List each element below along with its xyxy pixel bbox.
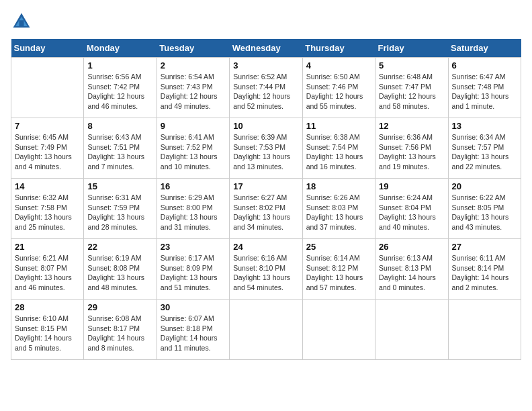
day-number: 29: [87, 302, 152, 312]
day-number: 10: [233, 121, 298, 131]
day-info: Sunrise: 6:22 AMSunset: 8:05 PMDaylight:…: [452, 193, 517, 232]
calendar-cell: 17Sunrise: 6:27 AMSunset: 8:02 PMDayligh…: [230, 179, 302, 239]
weekday-header-wednesday: Wednesday: [230, 39, 302, 58]
calendar-cell: 11Sunrise: 6:38 AMSunset: 7:54 PMDayligh…: [302, 118, 375, 179]
calendar-cell: 23Sunrise: 6:17 AMSunset: 8:09 PMDayligh…: [157, 239, 229, 300]
week-row-1: 1Sunrise: 6:56 AMSunset: 7:42 PMDaylight…: [11, 58, 521, 118]
day-info: Sunrise: 6:52 AMSunset: 7:44 PMDaylight:…: [233, 72, 298, 111]
calendar-table: SundayMondayTuesdayWednesdayThursdayFrid…: [11, 39, 521, 360]
day-info: Sunrise: 6:13 AMSunset: 8:13 PMDaylight:…: [379, 253, 444, 293]
calendar-cell: 20Sunrise: 6:22 AMSunset: 8:05 PMDayligh…: [448, 179, 521, 239]
day-info: Sunrise: 6:36 AMSunset: 7:56 PMDaylight:…: [379, 132, 444, 172]
weekday-header-saturday: Saturday: [448, 39, 521, 58]
day-info: Sunrise: 6:47 AMSunset: 7:48 PMDaylight:…: [452, 72, 517, 111]
day-info: Sunrise: 6:08 AMSunset: 8:17 PMDaylight:…: [87, 314, 152, 353]
day-info: Sunrise: 6:48 AMSunset: 7:47 PMDaylight:…: [379, 72, 444, 111]
weekday-header-monday: Monday: [84, 39, 157, 58]
day-number: 12: [379, 121, 444, 131]
day-number: 8: [87, 121, 152, 131]
calendar-cell: [11, 58, 84, 118]
day-number: 24: [233, 242, 298, 252]
weekday-header-tuesday: Tuesday: [157, 39, 229, 58]
day-number: 3: [233, 60, 298, 71]
day-number: 11: [306, 121, 371, 131]
day-info: Sunrise: 6:14 AMSunset: 8:12 PMDaylight:…: [306, 253, 371, 293]
day-info: Sunrise: 6:16 AMSunset: 8:10 PMDaylight:…: [233, 253, 298, 293]
calendar-cell: [375, 300, 448, 360]
day-info: Sunrise: 6:27 AMSunset: 8:02 PMDaylight:…: [233, 193, 298, 232]
day-number: 13: [452, 121, 517, 131]
calendar-cell: 9Sunrise: 6:41 AMSunset: 7:52 PMDaylight…: [157, 118, 229, 179]
day-number: 1: [87, 60, 152, 71]
calendar-cell: 5Sunrise: 6:48 AMSunset: 7:47 PMDaylight…: [375, 58, 448, 118]
day-number: 6: [452, 60, 517, 71]
day-info: Sunrise: 6:45 AMSunset: 7:49 PMDaylight:…: [15, 132, 80, 172]
calendar-cell: 21Sunrise: 6:21 AMSunset: 8:07 PMDayligh…: [11, 239, 84, 300]
calendar-cell: 14Sunrise: 6:32 AMSunset: 7:58 PMDayligh…: [11, 179, 84, 239]
calendar-cell: 15Sunrise: 6:31 AMSunset: 7:59 PMDayligh…: [84, 179, 157, 239]
day-info: Sunrise: 6:34 AMSunset: 7:57 PMDaylight:…: [452, 132, 517, 172]
day-info: Sunrise: 6:39 AMSunset: 7:53 PMDaylight:…: [233, 132, 298, 172]
day-info: Sunrise: 6:26 AMSunset: 8:03 PMDaylight:…: [306, 193, 371, 232]
weekday-header-sunday: Sunday: [11, 39, 84, 58]
day-info: Sunrise: 6:32 AMSunset: 7:58 PMDaylight:…: [15, 193, 80, 232]
calendar-cell: 24Sunrise: 6:16 AMSunset: 8:10 PMDayligh…: [230, 239, 302, 300]
day-number: 27: [452, 242, 517, 252]
day-info: Sunrise: 6:43 AMSunset: 7:51 PMDaylight:…: [87, 132, 152, 172]
calendar-cell: 26Sunrise: 6:13 AMSunset: 8:13 PMDayligh…: [375, 239, 448, 300]
day-number: 26: [379, 242, 444, 252]
calendar-cell: 25Sunrise: 6:14 AMSunset: 8:12 PMDayligh…: [302, 239, 375, 300]
logo: [11, 11, 35, 32]
calendar-cell: 27Sunrise: 6:11 AMSunset: 8:14 PMDayligh…: [448, 239, 521, 300]
calendar-cell: 16Sunrise: 6:29 AMSunset: 8:00 PMDayligh…: [157, 179, 229, 239]
day-number: 2: [161, 60, 226, 71]
day-number: 15: [87, 181, 152, 191]
day-info: Sunrise: 6:10 AMSunset: 8:15 PMDaylight:…: [15, 314, 80, 353]
calendar-cell: [448, 300, 521, 360]
day-number: 17: [233, 181, 298, 191]
calendar-cell: [302, 300, 375, 360]
calendar-cell: 12Sunrise: 6:36 AMSunset: 7:56 PMDayligh…: [375, 118, 448, 179]
day-info: Sunrise: 6:41 AMSunset: 7:52 PMDaylight:…: [161, 132, 226, 172]
calendar-cell: 7Sunrise: 6:45 AMSunset: 7:49 PMDaylight…: [11, 118, 84, 179]
calendar-cell: 28Sunrise: 6:10 AMSunset: 8:15 PMDayligh…: [11, 300, 84, 360]
day-info: Sunrise: 6:17 AMSunset: 8:09 PMDaylight:…: [161, 253, 226, 293]
day-number: 4: [306, 60, 371, 71]
calendar-cell: 19Sunrise: 6:24 AMSunset: 8:04 PMDayligh…: [375, 179, 448, 239]
day-number: 16: [161, 181, 226, 191]
day-info: Sunrise: 6:24 AMSunset: 8:04 PMDaylight:…: [379, 193, 444, 232]
calendar-cell: 8Sunrise: 6:43 AMSunset: 7:51 PMDaylight…: [84, 118, 157, 179]
day-number: 25: [306, 242, 371, 252]
calendar-cell: 1Sunrise: 6:56 AMSunset: 7:42 PMDaylight…: [84, 58, 157, 118]
day-number: 30: [161, 302, 226, 312]
logo-icon: [11, 11, 32, 32]
calendar-cell: 2Sunrise: 6:54 AMSunset: 7:43 PMDaylight…: [157, 58, 229, 118]
weekday-header-row: SundayMondayTuesdayWednesdayThursdayFrid…: [11, 39, 521, 58]
week-row-3: 14Sunrise: 6:32 AMSunset: 7:58 PMDayligh…: [11, 179, 521, 239]
day-number: 7: [15, 121, 80, 131]
day-number: 14: [15, 181, 80, 191]
day-info: Sunrise: 6:31 AMSunset: 7:59 PMDaylight:…: [87, 193, 152, 232]
day-info: Sunrise: 6:54 AMSunset: 7:43 PMDaylight:…: [161, 72, 226, 111]
header-section: [11, 11, 521, 32]
calendar-cell: 29Sunrise: 6:08 AMSunset: 8:17 PMDayligh…: [84, 300, 157, 360]
day-number: 18: [306, 181, 371, 191]
calendar-cell: 6Sunrise: 6:47 AMSunset: 7:48 PMDaylight…: [448, 58, 521, 118]
week-row-4: 21Sunrise: 6:21 AMSunset: 8:07 PMDayligh…: [11, 239, 521, 300]
calendar-cell: 18Sunrise: 6:26 AMSunset: 8:03 PMDayligh…: [302, 179, 375, 239]
day-number: 28: [15, 302, 80, 312]
day-number: 19: [379, 181, 444, 191]
day-info: Sunrise: 6:07 AMSunset: 8:18 PMDaylight:…: [161, 314, 226, 353]
day-number: 9: [161, 121, 226, 131]
week-row-5: 28Sunrise: 6:10 AMSunset: 8:15 PMDayligh…: [11, 300, 521, 360]
day-number: 23: [161, 242, 226, 252]
day-number: 20: [452, 181, 517, 191]
calendar-cell: 30Sunrise: 6:07 AMSunset: 8:18 PMDayligh…: [157, 300, 229, 360]
week-row-2: 7Sunrise: 6:45 AMSunset: 7:49 PMDaylight…: [11, 118, 521, 179]
calendar-cell: 3Sunrise: 6:52 AMSunset: 7:44 PMDaylight…: [230, 58, 302, 118]
day-number: 5: [379, 60, 444, 71]
svg-rect-2: [19, 20, 24, 28]
calendar-cell: 4Sunrise: 6:50 AMSunset: 7:46 PMDaylight…: [302, 58, 375, 118]
day-info: Sunrise: 6:29 AMSunset: 8:00 PMDaylight:…: [161, 193, 226, 232]
day-info: Sunrise: 6:11 AMSunset: 8:14 PMDaylight:…: [452, 253, 517, 293]
